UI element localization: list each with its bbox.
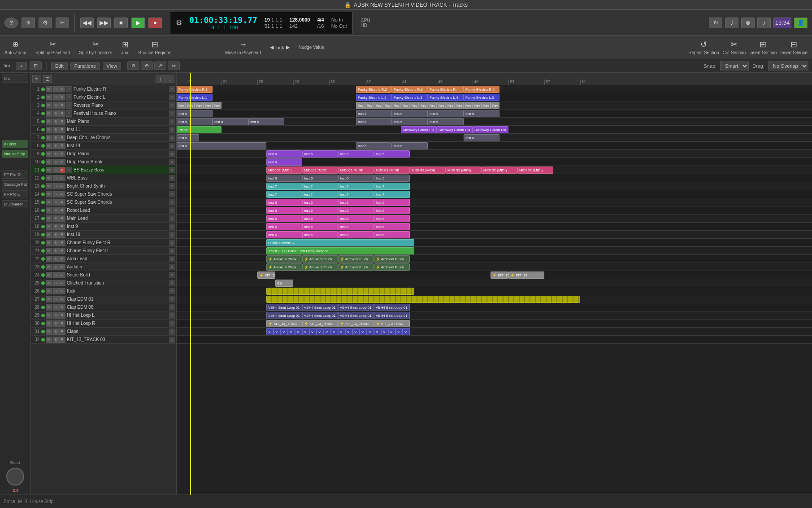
clip[interactable]: Inst 6 xyxy=(356,110,392,117)
mute-btn-9[interactable]: M xyxy=(46,151,52,157)
clip[interactable]: Inst 6 xyxy=(266,175,302,182)
clip[interactable]: Inst 7 xyxy=(266,191,302,198)
snap-select[interactable]: Smart xyxy=(720,61,749,70)
clip[interactable]: V xyxy=(266,328,274,335)
input-btn-4[interactable]: I xyxy=(66,110,72,117)
track-led-32[interactable] xyxy=(41,338,45,342)
clip[interactable]: V xyxy=(288,328,295,335)
clip[interactable]: ⚡ Ambient Pluck xyxy=(302,255,338,263)
record-btn-7[interactable]: R xyxy=(59,135,65,141)
clip[interactable]: Rev xyxy=(401,102,410,109)
track-row-30[interactable]: 30 M S R HI Hat Loop R ⊙ xyxy=(30,320,176,328)
track-led-9[interactable] xyxy=(41,152,45,156)
track-led-1[interactable] xyxy=(41,88,45,91)
input-btn-3[interactable]: I xyxy=(66,102,72,109)
clip[interactable]: Inst 6 xyxy=(302,207,338,214)
solo-btn-17[interactable]: S xyxy=(52,215,59,222)
clip[interactable]: VEH4 Beat Loop 01 xyxy=(374,312,410,319)
timeline-area[interactable]: 172125293337414549535761 Funky Electric … xyxy=(177,73,812,495)
solo-btn-7[interactable]: S xyxy=(52,135,59,141)
track-row-9[interactable]: 9 M S R Drop Piano ⊙ xyxy=(30,150,176,158)
bounce-tool[interactable]: ⊟ Bounce Regions xyxy=(139,39,171,55)
clip[interactable]: Rev xyxy=(491,102,499,109)
solo-btn-10[interactable]: S xyxy=(52,159,59,165)
track-row-19[interactable]: 19 M S R Inst 19 ⊙ xyxy=(30,231,176,239)
clip[interactable]: Funky Electric L.5 xyxy=(464,94,499,101)
clip[interactable]: ⚡ KIT_13_TRAC xyxy=(338,320,374,327)
track-led-19[interactable] xyxy=(41,233,45,236)
solo-btn-32[interactable]: S xyxy=(52,337,59,343)
solo-btn-4[interactable]: S xyxy=(52,110,59,117)
solo-btn-23[interactable]: S xyxy=(52,264,59,270)
clip[interactable]: Rev xyxy=(392,102,401,109)
mute-btn-6[interactable]: M xyxy=(46,127,52,133)
clip[interactable]: V xyxy=(281,328,288,335)
clip[interactable]: Inst 6 xyxy=(356,142,392,149)
solo-btn-13[interactable]: S xyxy=(52,183,59,189)
clip[interactable]: Inst 6 xyxy=(374,150,410,158)
clip[interactable]: Inst 6 xyxy=(177,118,213,125)
solo-btn-30[interactable]: S xyxy=(52,320,59,327)
record-btn-26[interactable]: R xyxy=(59,288,65,294)
clip[interactable]: V xyxy=(367,328,374,335)
mute-btn-23[interactable]: M xyxy=(46,264,52,270)
mute-btn-3[interactable]: M xyxy=(46,102,52,109)
clip[interactable]: Rev xyxy=(177,102,186,109)
clip[interactable]: V xyxy=(302,328,309,335)
help-button[interactable]: ? xyxy=(4,18,18,28)
left-panel-house[interactable]: House Strip xyxy=(2,150,28,158)
track-row-20[interactable]: 20 M S R Chorus Funky Eelct R ⊙ xyxy=(30,239,176,247)
clip[interactable]: Inst 6 xyxy=(464,134,499,141)
record-btn-21[interactable]: R xyxy=(59,248,65,254)
clip[interactable]: Inst 7 xyxy=(302,183,338,190)
solo-btn-18[interactable]: S xyxy=(52,223,59,230)
left-panel-ffd[interactable]: FF Pro-D xyxy=(2,171,28,179)
record-btn-22[interactable]: R xyxy=(59,256,65,262)
clip[interactable]: ⚡ KIT_13 xyxy=(491,272,508,279)
clip[interactable]: Inst 6 xyxy=(177,110,213,117)
track-led-31[interactable] xyxy=(41,330,45,333)
mute-btn-29[interactable]: M xyxy=(46,312,52,319)
edit-menu[interactable]: Edit xyxy=(51,62,68,70)
clip[interactable]: V xyxy=(388,328,395,335)
clip[interactable]: Rev xyxy=(446,102,455,109)
mute-btn-25[interactable]: M xyxy=(46,280,52,286)
track-row-29[interactable]: 29 M S R HI Hat Loop L ⊙ xyxy=(30,311,176,320)
track-led-20[interactable] xyxy=(41,241,45,245)
track-row-21[interactable]: 21 M S R Chorus Funky Elect L ⊙ xyxy=(30,247,176,255)
clip[interactable]: ⚡ Ambient Pluck xyxy=(338,263,374,271)
mute-btn-18[interactable]: M xyxy=(46,223,52,230)
clip[interactable]: Inst 6 xyxy=(374,231,410,238)
clip[interactable]: Rev xyxy=(419,102,428,109)
clip[interactable]: Inst 6 xyxy=(248,118,284,125)
track-led-30[interactable] xyxy=(41,322,45,325)
scroll-btn[interactable]: ⇔ xyxy=(168,61,180,70)
track-row-22[interactable]: 22 M S R Amb Lead ⊙ xyxy=(30,255,176,263)
clip[interactable]: Inst 6 xyxy=(392,142,428,149)
mute-btn-19[interactable]: M xyxy=(46,232,52,238)
solo-btn-1[interactable]: S xyxy=(52,86,59,92)
clip[interactable]: VEH4 Beat Loop 01 xyxy=(338,312,374,319)
clip[interactable]: MIDI 02 (MIDI) xyxy=(338,166,374,174)
forward-button[interactable]: ▶▶ xyxy=(97,18,111,28)
clip[interactable]: Rev xyxy=(374,102,383,109)
tools-button[interactable]: ✂ xyxy=(56,18,69,28)
clip[interactable]: Rev xyxy=(186,102,195,109)
clip[interactable]: Inst 6 xyxy=(302,175,338,182)
tick-left-arrow[interactable]: ◀ xyxy=(270,44,274,50)
track-led-7[interactable] xyxy=(41,136,45,140)
record-btn-29[interactable]: R xyxy=(59,312,65,319)
clip[interactable]: V xyxy=(381,328,388,335)
clip[interactable]: Funky Electric R.3 xyxy=(392,86,428,93)
mute-btn-16[interactable]: M xyxy=(46,207,52,214)
solo-btn-28[interactable]: S xyxy=(52,304,59,311)
solo-btn-31[interactable]: S xyxy=(52,328,59,335)
record-btn-11[interactable]: R xyxy=(59,167,65,173)
insert-silence-tool[interactable]: ⊟ Insert Silence xyxy=(780,39,808,55)
track-led-16[interactable] xyxy=(41,209,45,212)
clip[interactable]: Inst 6 xyxy=(392,118,428,125)
arrow-down-btn[interactable]: ↓ xyxy=(165,75,174,83)
record-btn-9[interactable]: R xyxy=(59,151,65,157)
clip[interactable]: Rev xyxy=(383,102,392,109)
solo-btn-12[interactable]: S xyxy=(52,175,59,181)
